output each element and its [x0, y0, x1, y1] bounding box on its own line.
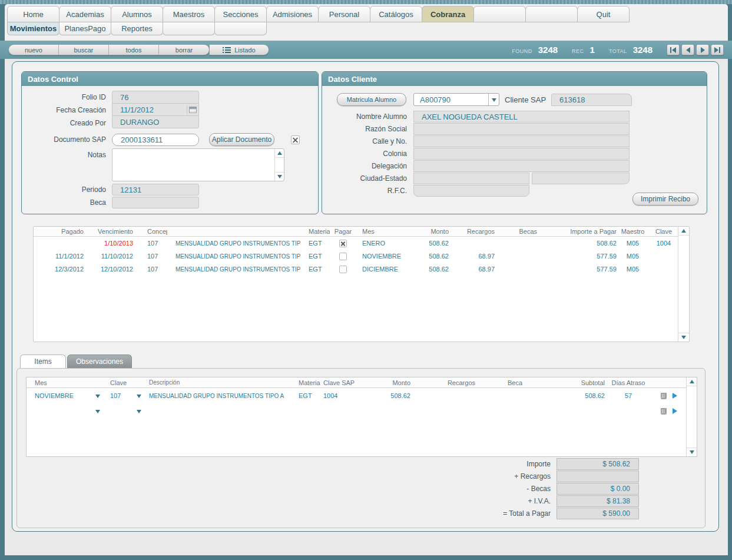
tab-observaciones[interactable]: Observaciones: [67, 354, 132, 368]
scroll-down-icon[interactable]: [687, 448, 697, 456]
pagar-checkbox[interactable]: [339, 240, 347, 247]
toolbar-button[interactable]: nuevo: [9, 45, 59, 55]
clave-dropdown-icon[interactable]: [137, 410, 141, 416]
apply-item-arrow-icon[interactable]: [673, 408, 680, 415]
delegacion-field: [413, 160, 630, 172]
mes-dropdown-icon[interactable]: [95, 395, 100, 400]
totals-summary: Importe $ 508.62 + Recargos - Becas $ 0.…: [503, 458, 639, 519]
documento-sap-input[interactable]: 2000133611: [112, 134, 199, 146]
delete-item-icon[interactable]: [661, 408, 667, 415]
main-tab[interactable]: Alumnos: [111, 6, 163, 22]
sub-tab[interactable]: Movimientos: [7, 22, 59, 35]
total-label: TOTAL: [609, 48, 627, 54]
clave-dropdown-icon[interactable]: [137, 395, 141, 400]
imprimir-recibo-button[interactable]: Imprimir Recibo: [632, 193, 698, 206]
pagar-checkbox[interactable]: [339, 253, 347, 260]
main-tab[interactable]: Personal: [318, 6, 370, 22]
scroll-up-icon[interactable]: [678, 227, 689, 236]
cell-monto: 508.62: [359, 392, 410, 399]
main-tab[interactable]: Catálogos: [370, 6, 422, 22]
found-label: FOUND: [512, 48, 532, 54]
main-tab[interactable]: Cobranza: [422, 6, 474, 22]
sub-tab[interactable]: [163, 22, 215, 35]
item-row[interactable]: [27, 403, 686, 419]
docsap-label: Documento SAP: [21, 135, 106, 144]
main-tab[interactable]: [525, 6, 578, 22]
folio-field: 76: [112, 91, 199, 104]
main-tab[interactable]: Admisiones: [266, 6, 319, 22]
notas-scrollbar[interactable]: [274, 149, 284, 181]
cliente-sap-label: Cliente SAP: [505, 95, 546, 104]
first-record-button[interactable]: [667, 44, 680, 55]
item-row[interactable]: NOVIEMBRE 107 MENSUALIDAD GRUPO INSTRUME…: [27, 388, 686, 403]
payments-scrollbar[interactable]: [678, 227, 689, 342]
col-clave-sap: Clave SAP: [323, 379, 359, 386]
main-tab[interactable]: Academias: [59, 6, 111, 22]
scroll-down-icon[interactable]: [275, 172, 284, 181]
cell-recargos: 68.97: [449, 253, 495, 260]
total-label: = Total a Pagar: [503, 508, 551, 519]
toolbar-button[interactable]: borrar: [159, 45, 209, 55]
total-value: $ 81.38: [557, 495, 639, 507]
next-record-button[interactable]: [696, 44, 709, 55]
sub-tab[interactable]: [214, 22, 267, 35]
cliente-sap-field: 613618: [551, 94, 632, 106]
col-monto: Monto: [410, 228, 449, 235]
scroll-up-icon[interactable]: [687, 377, 697, 386]
fecha-field[interactable]: 11/1/2012: [112, 103, 199, 116]
estado-field: [532, 173, 630, 184]
col-dias-atraso: Días Atraso: [605, 379, 652, 386]
aplicar-checkbox[interactable]: [291, 135, 300, 144]
notas-textarea[interactable]: [112, 148, 284, 181]
main-tab[interactable]: [473, 6, 526, 22]
items-scrollbar[interactable]: [686, 377, 697, 456]
calendar-icon: [189, 107, 197, 113]
matricula-alumno-button[interactable]: Matricula Alumno: [337, 93, 406, 106]
col-becas: Becas: [495, 228, 537, 235]
pagar-checkbox[interactable]: [339, 266, 347, 273]
cell-maestro: M05: [617, 266, 649, 273]
col-recargos: Recargos: [449, 228, 495, 235]
rec-label: REC: [572, 48, 584, 54]
fecha-value: 11/1/2012: [120, 105, 154, 114]
sub-tab[interactable]: Reportes: [111, 22, 163, 35]
cell-vencimiento: 1/10/2013: [84, 240, 133, 247]
col-monto: Monto: [359, 379, 410, 386]
cell-clave[interactable]: 107: [104, 392, 133, 399]
scroll-down-icon[interactable]: [678, 333, 689, 342]
apply-item-arrow-icon[interactable]: [673, 393, 680, 399]
beca-field: [112, 197, 199, 208]
calle-field: [413, 135, 630, 147]
razon-field: [413, 123, 630, 135]
main-tab-row: HomeAcademiasAlumnosMaestrosSeccionesAdm…: [8, 6, 630, 22]
payment-row[interactable]: 1/10/2013 107 MENSUALIDAD GRUPO INSTRUME…: [34, 237, 678, 250]
razon-label: Razón Social: [328, 125, 413, 133]
scroll-up-icon[interactable]: [275, 149, 284, 158]
tab-items[interactable]: Items: [20, 354, 66, 368]
toolbar-button[interactable]: todos: [109, 45, 159, 55]
delete-item-icon[interactable]: [661, 393, 667, 399]
main-tab[interactable]: Quit: [577, 6, 630, 22]
sub-tab[interactable]: PlanesPago: [59, 22, 111, 35]
calendar-button[interactable]: [187, 105, 197, 114]
combo-dropdown-icon[interactable]: [488, 94, 499, 105]
payment-row[interactable]: 11/1/2012 11/10/2012 107 MENSUALIDAD GRU…: [34, 250, 678, 263]
main-tab[interactable]: Secciones: [214, 6, 267, 22]
total-label: Importe: [503, 458, 551, 470]
matricula-combo[interactable]: A800790: [413, 93, 499, 106]
payments-table-header: Pagado Vencimiento Concepto Materia Paga…: [34, 227, 678, 237]
main-tab[interactable]: Home: [7, 6, 59, 22]
listado-button[interactable]: Listado: [210, 45, 269, 55]
mes-dropdown-icon[interactable]: [95, 410, 100, 416]
aplicar-documento-button[interactable]: Aplicar Documento: [209, 133, 274, 146]
record-counters: FOUND 3248 REC 1 TOTAL 3248: [512, 45, 661, 55]
last-record-button[interactable]: [711, 44, 724, 55]
total-label: + I.V.A.: [503, 495, 551, 507]
main-tab[interactable]: Maestros: [163, 6, 215, 22]
payment-row[interactable]: 12/3/2012 12/10/2012 107 MENSUALIDAD GRU…: [34, 263, 678, 276]
cell-mes[interactable]: NOVIEMBRE: [27, 392, 91, 399]
cell-importe: 577.59: [537, 266, 617, 273]
toolbar-button[interactable]: buscar: [59, 45, 109, 55]
colonia-field: [413, 148, 630, 160]
previous-record-button[interactable]: [681, 44, 694, 55]
